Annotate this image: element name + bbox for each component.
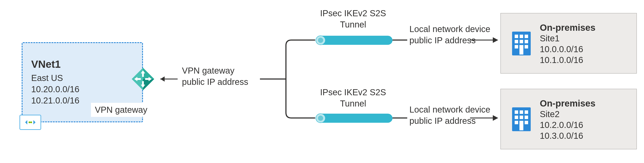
tunnel-1-label: IPsec IKEv2 S2S Tunnel bbox=[312, 8, 394, 30]
svg-point-21 bbox=[30, 122, 32, 123]
tunnel-2-label: IPsec IKEv2 S2S Tunnel bbox=[312, 86, 394, 109]
svg-marker-19 bbox=[33, 120, 36, 124]
svg-rect-30 bbox=[515, 35, 518, 38]
tunnel-2-label-l2: Tunnel bbox=[312, 98, 394, 109]
svg-rect-47 bbox=[525, 121, 528, 124]
vpn-gateway-ip-label-l2: public IP address bbox=[182, 76, 248, 88]
svg-rect-33 bbox=[515, 40, 518, 43]
vpn-gateway-ip-label-l1: VPN gateway bbox=[182, 65, 248, 76]
svg-rect-35 bbox=[525, 40, 528, 43]
svg-rect-34 bbox=[520, 40, 523, 43]
vnet-region: East US bbox=[31, 72, 134, 84]
svg-rect-32 bbox=[525, 35, 528, 38]
tunnel-1-label-l2: Tunnel bbox=[312, 19, 394, 30]
svg-rect-44 bbox=[520, 116, 523, 119]
vnet-icon bbox=[20, 115, 41, 130]
vnet-title: VNet1 bbox=[31, 58, 134, 70]
svg-rect-31 bbox=[520, 35, 523, 38]
svg-rect-48 bbox=[520, 121, 523, 130]
site1-name: Site1 bbox=[540, 33, 630, 44]
vpn-gateway-ip-label: VPN gateway public IP address bbox=[182, 65, 248, 88]
tunnel-2-shape bbox=[316, 114, 392, 123]
vnet-cidr-1: 10.20.0.0/16 bbox=[31, 84, 134, 95]
svg-rect-42 bbox=[525, 110, 528, 114]
svg-rect-45 bbox=[525, 116, 528, 119]
vpn-gateway-label: VPN gateway bbox=[91, 103, 151, 117]
svg-rect-8 bbox=[320, 114, 388, 123]
svg-rect-37 bbox=[525, 45, 528, 48]
svg-point-4 bbox=[316, 36, 325, 45]
svg-rect-41 bbox=[520, 110, 523, 114]
site2-title: On-premises bbox=[540, 98, 630, 109]
diagram-canvas: VNet1 East US 10.20.0.0/16 10.21.0.0/16 … bbox=[0, 0, 644, 163]
svg-point-9 bbox=[316, 114, 325, 123]
site2-cidr-1: 10.2.0.0/16 bbox=[540, 120, 630, 130]
vpn-gateway-icon bbox=[130, 66, 156, 92]
svg-rect-43 bbox=[515, 116, 518, 119]
local-device-2-label-l2: public IP address bbox=[410, 115, 490, 126]
site2-name: Site2 bbox=[540, 109, 630, 120]
local-device-2-label-l1: Local network device bbox=[410, 104, 490, 115]
tunnel-1-shape bbox=[316, 36, 392, 45]
site2-cidr-2: 10.3.0.0/16 bbox=[540, 130, 630, 141]
site1-box: On-premises Site1 10.0.0.0/16 10.1.0.0/1… bbox=[500, 13, 637, 74]
svg-point-11 bbox=[383, 114, 392, 123]
svg-marker-16 bbox=[493, 115, 498, 121]
svg-marker-14 bbox=[493, 37, 498, 43]
local-device-1-label: Local network device public IP address bbox=[410, 24, 490, 46]
svg-marker-1 bbox=[160, 76, 165, 82]
local-device-1-label-l2: public IP address bbox=[410, 35, 490, 46]
site1-cidr-1: 10.0.0.0/16 bbox=[540, 44, 630, 54]
svg-point-20 bbox=[28, 122, 30, 123]
svg-rect-40 bbox=[515, 110, 518, 114]
site1-title: On-premises bbox=[540, 22, 630, 33]
building-icon bbox=[510, 30, 533, 58]
svg-point-10 bbox=[318, 116, 323, 121]
svg-point-6 bbox=[383, 36, 392, 45]
svg-rect-36 bbox=[515, 45, 518, 48]
site1-cidr-2: 10.1.0.0/16 bbox=[540, 54, 630, 65]
tunnel-1-label-l1: IPsec IKEv2 S2S bbox=[312, 8, 394, 19]
svg-marker-18 bbox=[25, 120, 27, 124]
tunnel-2-label-l1: IPsec IKEv2 S2S bbox=[312, 86, 394, 98]
svg-point-5 bbox=[318, 38, 323, 43]
svg-rect-46 bbox=[515, 121, 518, 124]
svg-rect-38 bbox=[520, 45, 523, 54]
svg-rect-3 bbox=[320, 36, 388, 45]
local-device-2-label: Local network device public IP address bbox=[410, 104, 490, 126]
building-icon bbox=[510, 105, 533, 134]
site2-box: On-premises Site2 10.2.0.0/16 10.3.0.0/1… bbox=[500, 89, 637, 149]
local-device-1-label-l1: Local network device bbox=[410, 24, 490, 35]
